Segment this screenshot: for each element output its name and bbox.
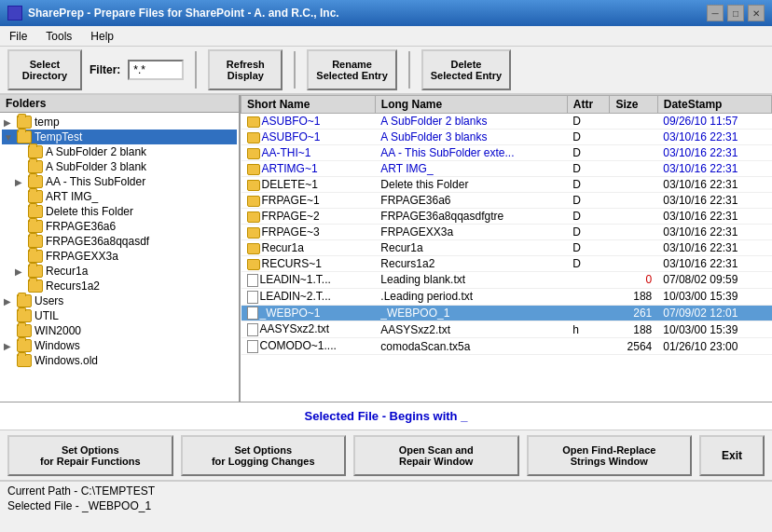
file-size: 188 <box>610 321 657 338</box>
tree-item-subfolder3[interactable]: A SubFolder 3 blank <box>2 159 237 174</box>
tree-item-artimg[interactable]: ART IMG_ <box>2 189 237 204</box>
table-row[interactable]: Recur1aRecur1aD03/10/16 22:31 <box>241 240 772 256</box>
open-find-replace-button[interactable]: Open Find-ReplaceStrings Window <box>527 435 693 476</box>
open-scan-repair-button[interactable]: Open Scan andRepair Window <box>353 435 519 476</box>
folder-icon <box>17 294 32 307</box>
tree-item-temp[interactable]: ▶ temp <box>2 115 237 130</box>
table-row[interactable]: DELETE~1Delete this FolderD03/10/16 22:3… <box>241 177 772 193</box>
toolbar-separator <box>195 51 197 89</box>
file-size <box>610 240 657 256</box>
tree-label: Delete this Folder <box>46 205 133 218</box>
date-stamp: 01/26/10 23:00 <box>657 338 771 355</box>
long-name: AASYSxz2.txt <box>375 321 567 338</box>
file-size <box>610 161 657 177</box>
tree-item-aa[interactable]: ▶ AA - This SubFolder <box>2 174 237 189</box>
file-size: 261 <box>610 305 657 321</box>
table-row[interactable]: FRPAGE~1FRPAGE36a6D03/10/16 22:31 <box>241 193 772 209</box>
tree-item-windows-old[interactable]: Windows.old <box>2 353 237 368</box>
delete-selected-button[interactable]: DeleteSelected Entry <box>421 49 511 90</box>
table-row[interactable]: ARTIMG~1ART IMG_D03/10/16 22:31 <box>241 161 772 177</box>
col-header-short[interactable]: Short Name <box>241 96 376 114</box>
tree-label: temp <box>34 116 60 129</box>
short-name: LEADIN~1.T... <box>260 273 331 286</box>
file-size <box>610 193 657 209</box>
table-row[interactable]: FRPAGE~2FRPAGE36a8qqasdfgtreD03/10/16 22… <box>241 209 772 225</box>
refresh-display-button[interactable]: RefreshDisplay <box>208 49 283 90</box>
col-header-long[interactable]: Long Name <box>375 96 567 114</box>
short-name: ASUBFO~1 <box>262 130 321 143</box>
set-options-logging-button[interactable]: Set Optionsfor Logging Changes <box>181 435 347 476</box>
main-content: Folders ▶ temp ▼ TempTest A SubFolder 2 … <box>0 95 772 402</box>
long-name: AA - This SubFolder exte... <box>375 145 567 161</box>
file-icon <box>247 274 258 287</box>
exit-button[interactable]: Exit <box>699 435 765 476</box>
folder-icon <box>17 324 32 337</box>
folder-icon <box>28 265 43 278</box>
table-row[interactable]: ASUBFO~1A SubFolder 3 blanksD03/10/16 22… <box>241 130 772 145</box>
folder-icon <box>247 243 260 254</box>
tree-item-subfolder2[interactable]: A SubFolder 2 blank <box>2 144 237 159</box>
tree-item-frpage36a6[interactable]: FRPAGE36a6 <box>2 219 237 234</box>
date-stamp: 07/09/02 12:01 <box>657 305 771 321</box>
file-icon <box>247 340 258 353</box>
long-name: Leading blank.txt <box>375 272 567 289</box>
date-stamp: 03/10/16 22:31 <box>657 193 771 209</box>
tree-label: UTIL <box>34 309 59 322</box>
folder-icon <box>28 175 43 188</box>
tree-item-frpage36a8[interactable]: FRPAGE36a8qqasdf <box>2 234 237 249</box>
short-name: ARTIMG~1 <box>262 162 318 175</box>
set-options-repair-button[interactable]: Set Optionsfor Repair Functions <box>7 435 173 476</box>
folder-icon <box>247 211 260 223</box>
col-header-attr[interactable]: Attr <box>567 96 610 114</box>
rename-selected-button[interactable]: RenameSelected Entry <box>307 49 396 90</box>
date-stamp: 03/10/16 22:31 <box>657 177 771 193</box>
filter-input[interactable] <box>128 60 184 80</box>
toolbar-separator-2 <box>294 51 296 89</box>
tree-label: Recur1a <box>46 265 88 278</box>
long-name: Delete this Folder <box>375 177 567 193</box>
table-row[interactable]: AA-THI~1AA - This SubFolder exte...D03/1… <box>241 145 772 161</box>
tree-item-users[interactable]: ▶ Users <box>2 293 237 308</box>
short-name: FRPAGE~3 <box>262 225 320 239</box>
selected-file-bar: Selected File - Begins with _ <box>0 402 772 430</box>
menu-help[interactable]: Help <box>87 30 117 43</box>
col-header-size[interactable]: Size <box>610 96 657 114</box>
maximize-button[interactable]: □ <box>727 5 744 21</box>
long-name: comodaScan.tx5a <box>375 338 567 355</box>
file-size <box>610 145 657 161</box>
menu-tools[interactable]: Tools <box>42 30 76 43</box>
status-file: Selected File - _WEBPOO_1 <box>7 498 765 513</box>
table-row[interactable]: ASUBFO~1A SubFolder 2 blanksD09/26/10 11… <box>241 114 772 130</box>
table-row[interactable]: LEADIN~1.T...Leading blank.txt007/08/02 … <box>241 272 772 289</box>
menu-bar: File Tools Help <box>0 26 772 47</box>
file-icon <box>247 291 258 304</box>
table-row[interactable]: AASYSxz2.txtAASYSxz2.txth18810/03/00 15:… <box>241 321 772 338</box>
tree-item-frpagexx3a[interactable]: FRPAGEXX3a <box>2 249 237 264</box>
tree-item-delete-folder[interactable]: Delete this Folder <box>2 204 237 219</box>
tree-item-temptest[interactable]: ▼ TempTest <box>2 130 237 144</box>
select-directory-button[interactable]: SelectDirectory <box>7 49 82 90</box>
table-row[interactable]: _WEBPO~1_WEBPOO_126107/09/02 12:01 <box>241 305 772 321</box>
tree-item-recurs1a2[interactable]: Recurs1a2 <box>2 279 237 293</box>
close-button[interactable]: ✕ <box>748 5 765 21</box>
minimize-button[interactable]: ─ <box>707 5 724 21</box>
tree-item-recur1a[interactable]: ▶ Recur1a <box>2 264 237 279</box>
table-row[interactable]: RECURS~1Recurs1a2D03/10/16 22:31 <box>241 256 772 272</box>
filter-label: Filter: <box>90 63 120 76</box>
tree-item-util[interactable]: UTIL <box>2 308 237 323</box>
folder-pane[interactable]: Folders ▶ temp ▼ TempTest A SubFolder 2 … <box>0 95 241 402</box>
table-row[interactable]: LEADIN~2.T....Leading period.txt18810/03… <box>241 288 772 305</box>
tree-item-windows[interactable]: ▶ Windows <box>2 338 237 353</box>
short-name: LEADIN~2.T... <box>260 290 331 303</box>
file-pane[interactable]: Short Name Long Name Attr Size DateStamp… <box>241 95 772 402</box>
bottom-toolbar: Set Optionsfor Repair Functions Set Opti… <box>0 430 772 481</box>
col-header-date[interactable]: DateStamp <box>657 96 771 114</box>
short-name: AASYSxz2.txt <box>260 322 330 335</box>
table-row[interactable]: FRPAGE~3FRPAGEXX3aD03/10/16 22:31 <box>241 225 772 240</box>
tree-item-win2000[interactable]: WIN2000 <box>2 323 237 338</box>
date-stamp: 03/10/16 22:31 <box>657 240 771 256</box>
window-controls[interactable]: ─ □ ✕ <box>707 5 765 21</box>
toggle-icon: ▼ <box>4 132 17 143</box>
table-row[interactable]: COMODO~1....comodaScan.tx5a256401/26/10 … <box>241 338 772 355</box>
menu-file[interactable]: File <box>6 30 31 43</box>
